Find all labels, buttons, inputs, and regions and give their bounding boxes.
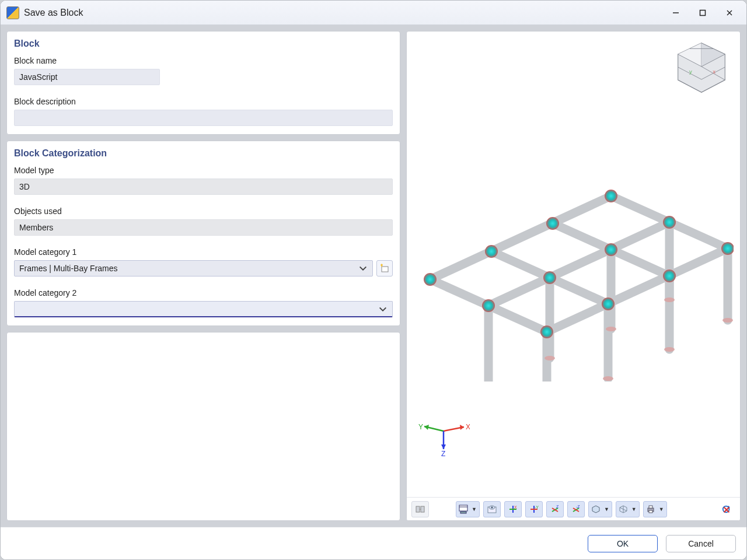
svg-text:X: X [466,423,470,431]
svg-point-37 [602,298,615,310]
view-minus-z-button[interactable]: -Z [567,501,585,517]
section-title-block: Block [14,38,393,49]
label-block-description: Block description [14,97,393,106]
svg-marker-55 [441,444,446,449]
svg-point-36 [540,326,553,338]
reset-view-button[interactable] [718,501,735,517]
structure-illustration [407,55,734,382]
axis-gizmo: X Y Z [417,416,470,457]
view-minus-y-button[interactable]: -Y [525,501,543,517]
svg-point-44 [606,327,616,331]
svg-rect-57 [416,506,420,512]
objects-used-field: Members [14,219,393,236]
view-plus-z-button[interactable]: Z [546,501,564,517]
new-category-button[interactable] [376,260,393,276]
svg-marker-49 [460,425,464,430]
svg-point-45 [664,298,675,302]
svg-point-43 [603,376,613,381]
chevron-down-icon [358,264,368,273]
view-plus-x-button[interactable]: X [504,501,522,517]
svg-rect-61 [460,512,466,513]
svg-text:Z: Z [441,450,445,457]
svg-text:Y: Y [418,423,423,431]
maximize-button[interactable] [689,4,716,22]
model-cat-2-combo[interactable] [14,301,393,317]
model-cat-1-combo[interactable]: Frames | Multi-Bay Frames [14,260,373,276]
label-model-cat-1: Model category 1 [14,247,393,257]
svg-point-47 [722,318,733,323]
model-cat-1-value: Frames | Multi-Bay Frames [19,264,118,273]
block-name-input[interactable]: JavaScript [14,69,160,85]
close-button[interactable] [716,4,743,22]
svg-point-34 [605,243,617,256]
svg-rect-83 [649,510,652,513]
dialog-footer: OK Cancel [1,527,746,559]
print-button[interactable]: ▼ [643,501,667,517]
svg-point-33 [543,271,556,284]
svg-point-46 [664,347,675,352]
svg-rect-4 [382,267,388,272]
block-panel: Block Block name JavaScript Block descri… [6,31,400,135]
svg-marker-6 [381,264,383,266]
svg-point-64 [491,506,493,508]
ok-button[interactable]: OK [588,535,658,552]
section-title-categorization: Block Categorization [14,148,393,159]
preview-toolbar: ▼ X -Y Z -Z [407,497,740,520]
chevron-down-icon [378,304,388,314]
svg-point-35 [663,216,676,229]
svg-point-29 [485,245,498,258]
svg-point-39 [721,242,734,255]
window-title: Save as Block [24,8,83,18]
label-model-cat-2: Model category 2 [14,288,393,298]
preview-panel: x y [406,31,741,521]
block-description-input[interactable] [14,110,393,126]
svg-rect-58 [421,506,424,512]
preview-canvas[interactable]: x y [407,32,740,497]
minimize-button[interactable] [662,4,689,22]
svg-marker-77 [592,506,599,513]
label-model-type: Model type [14,166,393,175]
dialog-window: Save as Block Block Block name JavaScrip… [0,0,747,560]
transfer-view-button[interactable] [411,501,429,517]
bottom-empty-panel [6,332,400,521]
visibility-button[interactable] [483,501,501,517]
svg-point-38 [663,270,676,282]
svg-text:-Y: -Y [535,505,539,509]
svg-text:Z: Z [556,505,559,509]
svg-point-30 [546,217,559,230]
svg-point-28 [424,273,437,286]
display-options-button[interactable]: ▼ [456,501,480,517]
isometric-view-button[interactable]: ▼ [588,501,612,517]
render-mode-button[interactable]: ▼ [616,501,640,517]
cancel-button[interactable]: Cancel [666,535,736,552]
svg-rect-82 [649,506,652,508]
svg-point-32 [482,299,495,312]
svg-text:X: X [514,505,517,509]
svg-text:-Z: -Z [576,505,580,509]
svg-point-42 [544,356,555,360]
svg-point-31 [605,190,617,202]
label-block-name: Block name [14,56,393,65]
app-icon [6,6,19,19]
svg-rect-59 [459,505,467,511]
categorization-panel: Block Categorization Model type 3D Objec… [6,141,400,326]
model-type-field: 3D [14,178,393,195]
label-objects-used: Objects used [14,206,393,216]
titlebar: Save as Block [1,1,746,25]
svg-rect-1 [700,10,706,15]
